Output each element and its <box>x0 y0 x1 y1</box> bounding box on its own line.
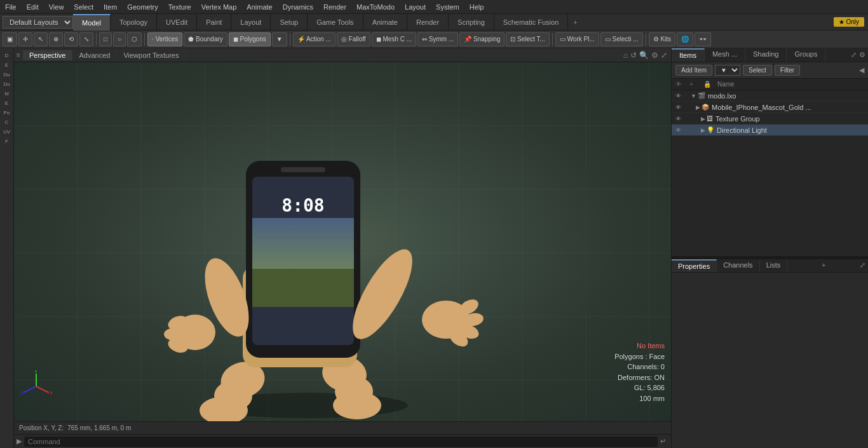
snapping-btn[interactable]: 📌 Snapping <box>459 32 505 46</box>
tree-eye-root[interactable]: 👁 <box>675 93 684 99</box>
tree-item-iphone[interactable]: 👁 ▶ 📦 Mobile_IPhone_Mascot_Gold ... <box>672 102 868 113</box>
menu-select[interactable]: Select <box>69 2 98 12</box>
menu-geometry[interactable]: Geometry <box>122 2 163 12</box>
menu-edit[interactable]: Edit <box>22 2 44 12</box>
menu-layout[interactable]: Layout <box>400 2 431 12</box>
sidebar-tool-uv[interactable]: UV <box>1 127 13 136</box>
menu-maxtomodo[interactable]: MaxToModo <box>351 2 400 12</box>
right-tab-shading[interactable]: Shading <box>745 48 787 62</box>
filter-btn[interactable]: Filter <box>775 65 800 76</box>
tree-eye-iphone[interactable]: 👁 <box>675 104 684 111</box>
tree-arrow-root[interactable]: ▼ <box>691 93 696 99</box>
vr-btn[interactable]: 👓 <box>695 32 711 46</box>
tab-model[interactable]: Model <box>73 14 111 31</box>
tree-item-dirlight[interactable]: 👁 ▶ 💡 Directional Light <box>672 125 868 136</box>
select-btn[interactable]: Select <box>743 65 772 76</box>
tab-setup[interactable]: Setup <box>271 14 308 31</box>
scale-btn[interactable]: ⤡ <box>79 32 93 46</box>
globe-btn[interactable]: 🌐 <box>677 32 693 46</box>
selecti-btn[interactable]: ▭ Selecti ... <box>600 32 643 46</box>
vp-icon-refresh[interactable]: ↺ <box>630 51 637 60</box>
vp-tab-perspective[interactable]: Perspective <box>23 50 72 60</box>
settings-icon[interactable]: ⚙ <box>859 51 865 59</box>
action-btn[interactable]: ⚡ Action ... <box>293 32 336 46</box>
rotate-btn[interactable]: ⟲ <box>64 32 78 46</box>
sidebar-tool-dup2[interactable]: Du <box>1 79 13 88</box>
select-btn[interactable]: ↖ <box>34 32 48 46</box>
prop-expand-icon[interactable]: ⤢ <box>860 261 865 269</box>
command-run-btn[interactable]: ↵ <box>658 437 668 445</box>
vertices-btn[interactable]: · Vertices <box>147 32 182 46</box>
3d-viewport[interactable]: 8:08 <box>14 62 671 421</box>
menu-animate[interactable]: Animate <box>241 2 277 12</box>
tree-eye-texgrp[interactable]: 👁 <box>675 116 684 122</box>
menu-system[interactable]: System <box>431 2 465 12</box>
menu-file[interactable]: File <box>0 2 22 12</box>
vp-icon-maximize[interactable]: ⤢ <box>661 51 667 60</box>
tab-topology[interactable]: Topology <box>111 14 157 31</box>
kits-btn[interactable]: ⚙ Kits <box>649 32 675 46</box>
menu-help[interactable]: Help <box>465 2 489 12</box>
vp-icon-home[interactable]: ⌂ <box>623 51 628 60</box>
vp-icon-search[interactable]: 🔍 <box>639 51 649 60</box>
symm-btn[interactable]: ⇔ Symm ... <box>417 32 458 46</box>
expand-icon[interactable]: ⤢ <box>851 51 857 59</box>
sidebar-tool-dup1[interactable]: Du <box>1 70 13 79</box>
right-tab-mesh[interactable]: Mesh ... <box>705 48 745 62</box>
mesh-c-btn[interactable]: ◼ Mesh C ... <box>372 32 416 46</box>
tree-arrow-texgrp[interactable]: ▶ <box>701 116 705 122</box>
select-mode-btn[interactable]: ▣ <box>3 32 17 46</box>
tree-item-root[interactable]: 👁 ▼ 🎬 modo.lxo <box>672 90 868 102</box>
prop-tab-channels[interactable]: Channels <box>717 259 759 272</box>
add-item-dropdown[interactable]: ▼ <box>715 65 740 76</box>
tab-layout[interactable]: Layout <box>231 14 271 31</box>
sidebar-tool-f[interactable]: F <box>1 137 13 146</box>
tree-item-texgrp[interactable]: 👁 ▶ 🖼 Texture Group <box>672 113 868 125</box>
tab-game-tools[interactable]: Game Tools <box>308 14 363 31</box>
tab-animate[interactable]: Animate <box>363 14 407 31</box>
sidebar-tool-2[interactable]: E <box>1 60 13 69</box>
menu-texture[interactable]: Texture <box>163 2 196 12</box>
prop-tab-lists[interactable]: Lists <box>760 259 788 272</box>
tree-arrow-iphone[interactable]: ▶ <box>696 104 700 111</box>
transform-btn[interactable]: ✛ <box>18 32 32 46</box>
tab-paint[interactable]: Paint <box>197 14 231 31</box>
viewport-menu-btn[interactable]: ≡ <box>14 51 23 58</box>
vp-tab-advanced[interactable]: Advanced <box>72 50 117 60</box>
tab-uvedit[interactable]: UVEdit <box>157 14 197 31</box>
select-t-btn[interactable]: ⊡ Select T... <box>506 32 550 46</box>
collapse-btn[interactable]: ◀ <box>859 66 864 74</box>
prop-tab-properties[interactable]: Properties <box>672 259 717 272</box>
sidebar-tool-m[interactable]: M <box>1 89 13 98</box>
falloff-btn[interactable]: ◎ Falloff <box>337 32 370 46</box>
vp-tab-textures[interactable]: Viewport Textures <box>117 50 186 60</box>
tab-scripting[interactable]: Scripting <box>449 14 494 31</box>
move-btn[interactable]: ⊕ <box>49 32 63 46</box>
right-tab-items[interactable]: Items <box>672 48 705 62</box>
sidebar-tool-po[interactable]: Po <box>1 108 13 117</box>
tree-arrow-dirlight[interactable]: ▶ <box>701 127 705 133</box>
tree-eye-dirlight[interactable]: 👁 <box>675 127 684 133</box>
menu-view[interactable]: View <box>44 2 69 12</box>
polygons-btn[interactable]: ◼ Polygons <box>229 32 271 46</box>
menu-dynamics[interactable]: Dynamics <box>278 2 318 12</box>
tab-add-button[interactable]: + <box>568 16 582 29</box>
menu-item[interactable]: Item <box>98 2 122 12</box>
box-btn[interactable]: □ <box>99 32 112 46</box>
sidebar-tool-e2[interactable]: E <box>1 98 13 107</box>
shield-btn[interactable]: ⬡ <box>127 32 142 46</box>
command-input[interactable] <box>24 437 658 447</box>
sidebar-tool-c[interactable]: C <box>1 118 13 126</box>
add-item-btn[interactable]: Add Item <box>675 65 712 76</box>
tab-schematic-fusion[interactable]: Schematic Fusion <box>494 14 568 31</box>
workplane-btn[interactable]: ▭ Work Pl... <box>555 32 599 46</box>
poly-dropdown[interactable]: ▼ <box>272 32 287 46</box>
layout-select[interactable]: Default Layouts <box>3 16 73 29</box>
tab-render[interactable]: Render <box>407 14 449 31</box>
star-only-button[interactable]: ★ Only <box>834 17 864 27</box>
right-tab-groups[interactable]: Groups <box>787 48 825 62</box>
sidebar-tool-1[interactable]: D <box>1 51 13 60</box>
boundary-btn[interactable]: ⬟ Boundary <box>184 32 227 46</box>
circle-btn[interactable]: ○ <box>113 32 126 46</box>
menu-vertex-map[interactable]: Vertex Map <box>196 2 242 12</box>
